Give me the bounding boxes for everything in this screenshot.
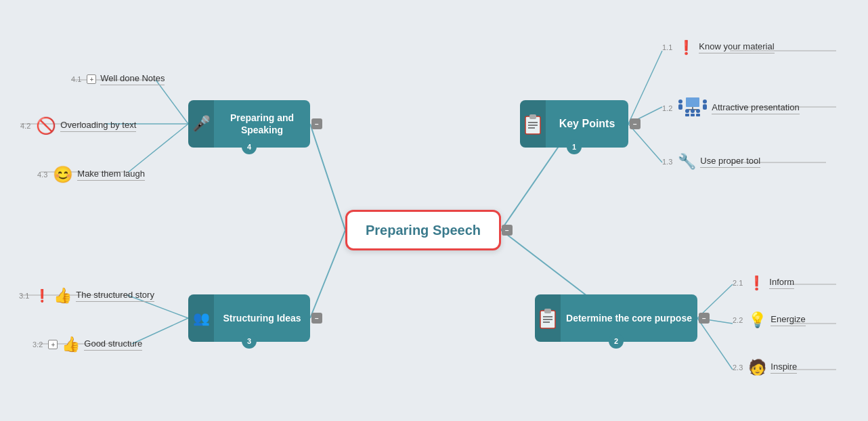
svg-line-2 [310,124,345,230]
leaf-attractive-icon [678,96,708,120]
preparing-collapse[interactable]: − [311,118,322,129]
leaf-inspire-text: Inspire [771,361,797,374]
leaf-attractive: 1.2 Attractive presentation [662,96,800,120]
leaf-laugh-text: Make them laugh [77,169,145,181]
leaf-overloading-icon: 🚫 [36,116,56,135]
leaf-energize-text: Energize [771,314,805,326]
leaf-story-thumb-icon: 👍 [53,287,72,305]
leaf-notes-text: Well done Notes [100,73,165,85]
svg-point-49 [696,109,700,113]
leaf-story: 3.1 ❗ 👍 The structured story [19,287,154,305]
key-points-node[interactable]: Key Points 1 − [520,100,628,148]
svg-rect-44 [703,104,707,110]
leaf-tool-icon: 🔧 [678,153,696,171]
leaf-inform-text: Inform [769,277,794,289]
structuring-node[interactable]: 👥 Structuring Ideas 3 − [188,294,310,342]
svg-line-14 [697,318,733,370]
leaf-laugh-icon: 😊 [53,165,73,184]
svg-rect-50 [696,114,700,116]
svg-line-16 [156,80,188,124]
svg-rect-46 [685,114,689,116]
svg-line-4 [628,51,662,124]
leaf-good-structure-text: Good structure [84,338,142,351]
key-points-collapse[interactable]: − [630,118,641,129]
svg-line-3 [310,230,345,318]
leaf-story-text: The structured story [76,290,154,302]
svg-rect-38 [686,97,699,107]
preparing-node[interactable]: 🎤 Preparing and Speaking 4 − [188,100,310,148]
determine-collapse[interactable]: − [699,313,710,324]
svg-rect-28 [529,114,536,119]
key-points-icon [520,100,546,148]
leaf-inspire: 2.3 🧑 Inspire [733,359,797,376]
leaf-know-icon: ❗ [678,39,695,56]
svg-point-41 [678,99,682,104]
svg-point-47 [691,109,695,113]
svg-point-43 [703,99,707,104]
preparing-icon: 🎤 [188,100,214,148]
leaf-good-structure: 3.2 + 👍 Good structure [32,336,142,353]
preparing-label: Preparing and Speaking [214,109,310,139]
leaf-good-structure-expand[interactable]: + [48,340,58,349]
key-points-label: Key Points [546,114,628,134]
leaf-inform-icon: ❗ [748,275,765,291]
leaf-know-text: Know your material [699,41,774,53]
structuring-collapse[interactable]: − [311,313,322,324]
leaf-inspire-icon: 🧑 [748,359,766,376]
preparing-number: 4 [242,139,257,154]
structuring-label: Structuring Ideas [214,309,310,327]
leaf-inform: 2.1 ❗ Inform [733,275,794,291]
leaf-overloading-text: Overloading by text [60,120,136,132]
central-label: Preparing Speech [366,223,481,238]
structuring-icon: 👥 [188,294,214,342]
central-node[interactable]: Preparing Speech − [345,210,501,250]
leaf-know-material: 1.1 ❗ Know your material [662,39,775,56]
leaf-attractive-text: Attractive presentation [712,102,799,114]
svg-line-8 [628,124,662,162]
leaf-story-warn-icon: ❗ [35,288,49,303]
leaf-good-structure-icon: 👍 [62,336,80,353]
key-points-number: 1 [567,139,582,154]
svg-rect-48 [691,114,695,116]
leaf-tool-text: Use proper tool [700,156,760,168]
leaf-overloading: 4.2 🚫 Overloading by text [20,116,136,135]
determine-label: Determine the core purpose [561,309,697,327]
leaf-energize-icon: 💡 [748,311,766,329]
determine-node[interactable]: Determine the core purpose 2 − [535,294,697,342]
leaf-notes-expand[interactable]: + [87,74,96,84]
determine-number: 2 [609,334,624,349]
leaf-laugh: 4.3 😊 Make them laugh [37,165,145,184]
svg-rect-42 [678,104,682,110]
structuring-number: 3 [242,334,257,349]
svg-point-45 [685,109,689,113]
central-collapse[interactable]: − [502,225,513,236]
leaf-notes: 4.1 + Well done Notes [71,73,165,85]
leaf-tool: 1.3 🔧 Use proper tool [662,153,760,171]
determine-icon [535,294,561,342]
leaf-energize: 2.2 💡 Energize [733,311,806,329]
svg-rect-34 [544,309,551,313]
